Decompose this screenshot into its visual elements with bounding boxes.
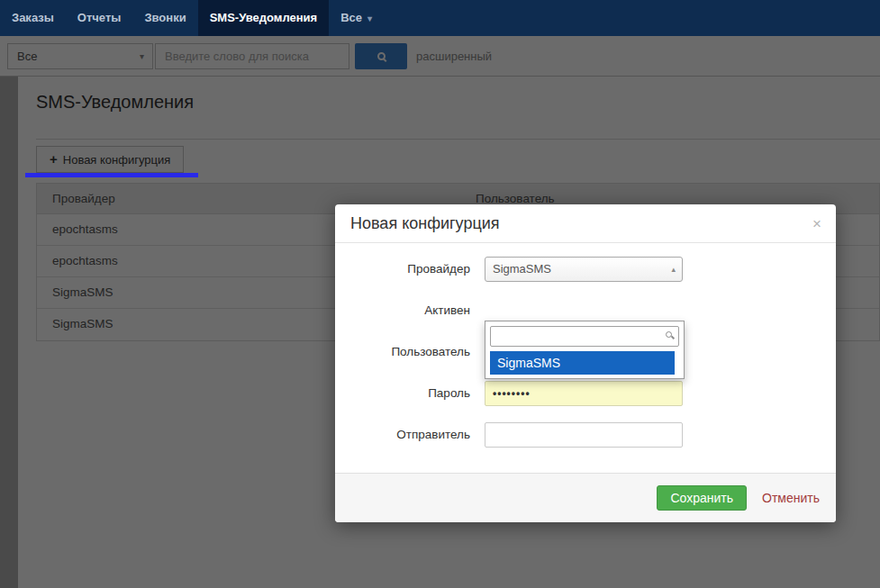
nav-tab-reports[interactable]: Отчеты (66, 0, 133, 36)
search-icon (666, 331, 672, 338)
user-label: Пользователь (335, 339, 470, 365)
chevron-up-icon: ▴ (671, 257, 676, 282)
nav-tab-all-label: Все (340, 11, 362, 24)
active-label: Активен (335, 298, 470, 323)
provider-select[interactable]: SigmaSMS ▴ (485, 257, 683, 282)
modal-title: Новая конфигурция (335, 204, 836, 243)
sender-input[interactable] (485, 422, 683, 448)
password-label: Пароль (335, 381, 470, 406)
provider-dropdown-panel: SigmaSMS (485, 321, 685, 379)
modal-footer: Сохранить Отменить (335, 473, 836, 522)
nav-tab-calls[interactable]: Звонки (132, 0, 197, 36)
dropdown-option-sigmasms[interactable]: SigmaSMS (490, 351, 675, 375)
dropdown-search-input[interactable] (490, 326, 679, 347)
app-window: Заказы Отчеты Звонки SMS-Уведомления Все… (0, 0, 880, 588)
save-button[interactable]: Сохранить (657, 485, 747, 511)
sender-label: Отправитель (335, 422, 470, 448)
nav-tab-all-menu[interactable]: Все▾ (329, 0, 384, 36)
nav-tab-sms-notifications[interactable]: SMS-Уведомления (198, 0, 330, 36)
top-navbar: Заказы Отчеты Звонки SMS-Уведомления Все… (0, 0, 880, 36)
modal-header: Новая конфигурция × (335, 204, 836, 243)
modal-body: Провайдер SigmaSMS ▴ Активен Пользовател… (335, 243, 836, 448)
provider-label: Провайдер (335, 257, 470, 282)
chevron-down-icon: ▾ (367, 14, 372, 23)
close-icon[interactable]: × (812, 204, 821, 243)
password-input[interactable] (485, 381, 683, 406)
new-configuration-modal: Новая конфигурция × Провайдер SigmaSMS ▴… (335, 204, 836, 522)
cancel-link[interactable]: Отменить (762, 491, 820, 505)
annotation-underline (25, 173, 198, 177)
nav-tab-orders[interactable]: Заказы (0, 0, 66, 36)
provider-select-value: SigmaSMS (493, 262, 551, 276)
